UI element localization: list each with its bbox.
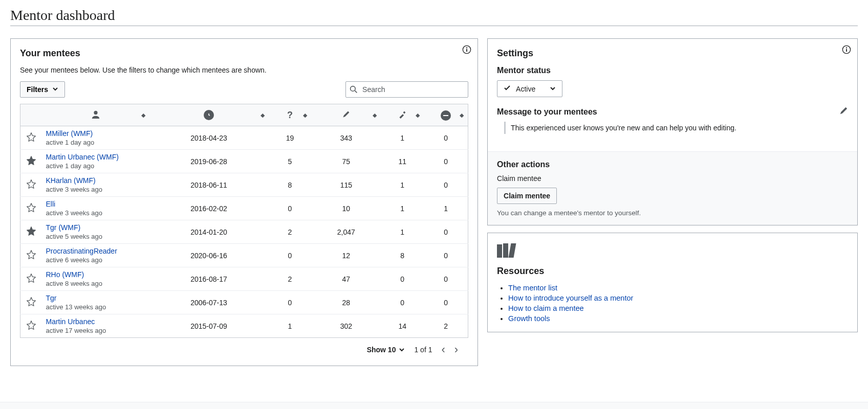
mentor-status-dropdown[interactable]: Active [497,80,562,97]
star-toggle[interactable] [26,159,36,167]
col-edits[interactable]: ◆ [311,104,381,126]
star-toggle[interactable] [26,324,36,332]
prev-page[interactable]: ‹ [441,343,445,356]
check-icon [504,84,511,93]
mentee-link[interactable]: ProcrastinatingReader [46,247,145,255]
page-title: Mentor dashboard [10,7,858,26]
mentee-link[interactable]: Tgr [46,294,145,302]
mentee-link[interactable]: Martin Urbanec [46,317,145,326]
resource-link[interactable]: How to claim a mentee [508,304,583,312]
mentee-link[interactable]: Tgr (WMF) [46,223,145,232]
resource-link[interactable]: The mentor list [508,284,557,292]
svg-point-3 [351,86,356,92]
cell-blocks: 0 [424,267,468,291]
mentee-link[interactable]: Elli [46,200,145,208]
cell-date: 2018-04-23 [149,126,269,150]
resources-title: Resources [497,266,848,277]
cell-date: 2019-06-28 [149,150,269,173]
claim-mentee-desc: You can change a mentee's mentor to your… [497,209,848,217]
svg-rect-8 [846,49,847,52]
mentees-hint: See your mentees below. Use the filters … [20,66,468,74]
user-icon [91,112,100,121]
hammer-icon [398,112,406,120]
resource-link[interactable]: Growth tools [508,314,550,323]
mentee-active: active 17 weeks ago [46,327,145,334]
cell-questions: 0 [269,244,312,267]
info-icon[interactable] [462,45,471,56]
star-toggle[interactable] [26,183,36,191]
pencil-icon [342,112,350,120]
col-registered[interactable]: ◆ [149,104,269,126]
mentee-active: active 3 weeks ago [46,209,145,217]
cell-date: 2015-07-09 [149,314,269,338]
list-item: How to introduce yourself as a mentor [508,294,848,302]
mentee-active: active 1 day ago [46,139,145,146]
mentor-status-value: Active [516,85,535,93]
cell-reverts: 1 [381,197,424,220]
table-row: ProcrastinatingReaderactive 6 weeks ago2… [20,244,468,267]
list-item: The mentor list [508,284,848,292]
next-page[interactable]: › [454,343,458,356]
mentees-table: ◆ ◆ ?◆ ◆ ◆ ◆ MMiller (WMF)active 1 day a… [20,104,468,338]
cell-date: 2014-01-20 [149,220,269,244]
mentee-link[interactable]: MMiller (WMF) [46,129,145,138]
star-toggle[interactable] [26,277,36,285]
chevron-down-icon [399,347,405,353]
page-indicator: 1 of 1 [414,346,432,354]
table-row: Martin Urbanecactive 17 weeks ago2015-07… [20,314,468,338]
clock-icon [204,110,214,120]
table-row: MMiller (WMF)active 1 day ago2018-04-231… [20,126,468,150]
cell-questions: 2 [269,267,312,291]
mentee-active: active 3 weeks ago [46,186,145,193]
star-toggle[interactable] [26,230,36,238]
col-reverts[interactable]: ◆ [381,104,424,126]
books-icon [497,242,848,258]
info-icon[interactable] [842,45,851,56]
star-toggle[interactable] [26,206,36,214]
star-toggle[interactable] [26,300,36,308]
col-blocks[interactable]: ◆ [424,104,468,126]
cell-edits: 12 [311,244,381,267]
cell-blocks: 0 [424,291,468,314]
cell-reverts: 8 [381,244,424,267]
cell-blocks: 1 [424,197,468,220]
search-input[interactable] [345,81,468,98]
resource-link[interactable]: How to introduce yourself as a mentor [508,294,633,302]
svg-point-1 [466,47,467,48]
table-row: Elliactive 3 weeks ago2016-02-0201011 [20,197,468,220]
mentee-link[interactable]: Martin Urbanec (WMF) [46,153,145,161]
cell-reverts: 1 [381,220,424,244]
cell-reverts: 11 [381,150,424,173]
mentee-link[interactable]: RHo (WMF) [46,270,145,279]
minus-circle-icon [441,110,451,121]
cell-edits: 302 [311,314,381,338]
star-toggle[interactable] [26,253,36,261]
cell-date: 2018-06-11 [149,173,269,197]
message-label: Message to your mentees [497,107,848,117]
chevron-down-icon [52,85,58,94]
cell-edits: 2,047 [311,220,381,244]
filters-button[interactable]: Filters [20,81,65,98]
cell-date: 2020-06-16 [149,244,269,267]
question-icon: ? [287,110,293,120]
table-row: Tgractive 13 weeks ago2006-07-1302800 [20,291,468,314]
svg-point-5 [94,110,97,114]
cell-blocks: 0 [424,126,468,150]
cell-questions: 0 [269,197,312,220]
mentee-active: active 13 weeks ago [46,303,145,311]
mentee-link[interactable]: KHarlan (WMF) [46,176,145,185]
table-pager: Show 10 1 of 1 ‹ › [20,338,468,358]
col-questions[interactable]: ?◆ [269,104,312,126]
cell-questions: 2 [269,220,312,244]
svg-line-4 [355,90,357,93]
star-toggle[interactable] [26,135,36,144]
list-item: Growth tools [508,314,848,323]
cell-questions: 5 [269,150,312,173]
col-user[interactable]: ◆ [42,104,149,126]
claim-mentee-button[interactable]: Claim mentee [497,188,557,204]
cell-edits: 75 [311,150,381,173]
show-per-page[interactable]: Show 10 [367,346,405,354]
cell-edits: 115 [311,173,381,197]
mentee-active: active 8 weeks ago [46,280,145,287]
edit-message-button[interactable] [839,106,848,118]
